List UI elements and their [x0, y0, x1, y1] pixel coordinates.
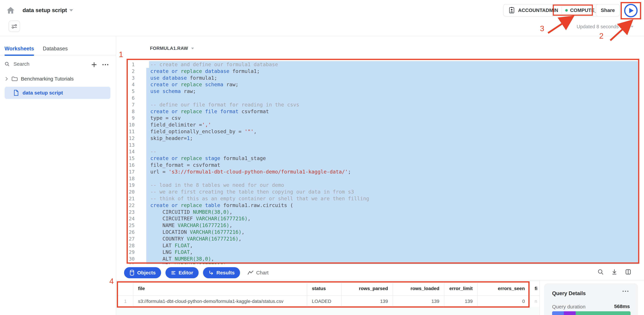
line-number: 31 [116, 262, 135, 264]
search-input[interactable]: Search [4, 61, 30, 67]
table-cell[interactable]: 0 [478, 296, 530, 307]
code-line[interactable]: URL VARCHAR(16777216), [146, 262, 639, 264]
play-icon [629, 8, 634, 13]
code-line[interactable]: create or replace database formula1; [146, 68, 639, 75]
line-number: 19 [116, 182, 135, 188]
table-cell[interactable]: 139 [393, 296, 444, 307]
code-line[interactable]: -- load in the 8 tables we need for our … [146, 182, 639, 188]
align-left-icon [171, 270, 176, 275]
code-line[interactable]: field_delimiter =',' [146, 121, 639, 128]
annotation-label-1: 1 [119, 50, 123, 59]
home-button[interactable] [6, 6, 15, 15]
code-line[interactable]: -- think of this as an empty container o… [146, 195, 639, 202]
code-line[interactable]: field_optionally_enclosed_by = '"', [146, 128, 639, 135]
code-line[interactable]: CIRCUITREF VARCHAR(16777216), [146, 215, 639, 222]
chevron-down-icon [69, 9, 73, 12]
code-line[interactable]: LNG FLOAT, [146, 249, 639, 255]
line-number: 14 [116, 148, 135, 155]
code-line[interactable] [146, 175, 639, 182]
results-toolbar: Objects Editor Results Chart [124, 267, 268, 278]
code-line[interactable]: file_format = csvformat [146, 162, 639, 168]
columns-icon[interactable] [625, 268, 632, 275]
tab-worksheets[interactable]: Worksheets [4, 46, 34, 52]
code-line[interactable]: LAT FLOAT, [146, 242, 639, 249]
search-placeholder: Search [14, 61, 30, 67]
tab-databases[interactable]: Databases [43, 46, 68, 52]
line-number: 15 [116, 155, 135, 162]
line-number: 21 [116, 195, 135, 202]
code-line[interactable]: create or replace stage formula1_stage [146, 155, 639, 162]
code-line[interactable]: -- define our file format for reading in… [146, 101, 639, 108]
line-number: 24 [116, 215, 135, 222]
query-details-menu-button[interactable] [622, 289, 629, 293]
code-line[interactable]: create or replace table formula1.raw.cir… [146, 202, 639, 209]
context-selector[interactable]: ACCOUNTADMIN COMPUTE_WH [503, 4, 611, 17]
code-line[interactable]: CIRCUITID NUMBER(38,0), [146, 209, 639, 215]
objects-button[interactable]: Objects [124, 267, 161, 278]
results-button[interactable]: Results [203, 267, 240, 278]
code-line[interactable]: -- we are first creating the table then … [146, 188, 639, 195]
line-number: 12 [116, 135, 135, 142]
line-number: 9 [116, 115, 135, 121]
column-header[interactable]: fi [530, 282, 540, 295]
code-line[interactable] [146, 95, 639, 101]
run-button[interactable] [624, 4, 638, 17]
line-number: 18 [116, 175, 135, 182]
line-number: 6 [116, 95, 135, 101]
sql-editor[interactable]: 1-- create and define our formula1 datab… [116, 58, 644, 264]
column-header[interactable]: error_limit [444, 282, 478, 295]
table-cell[interactable]: LOADED [307, 296, 342, 307]
code-line[interactable]: -- [146, 148, 639, 155]
page-title: data setup script [22, 7, 67, 14]
search-results-button[interactable] [597, 268, 604, 275]
column-header[interactable]: errors_seen [478, 282, 530, 295]
code-line[interactable]: NAME VARCHAR(16777216), [146, 222, 639, 229]
column-header[interactable]: rows_parsed [342, 282, 393, 295]
more-options-button[interactable] [102, 63, 109, 67]
line-number: 4 [116, 81, 135, 88]
tree-item-folder[interactable]: Benchmarking Tutorials [5, 76, 74, 82]
table-header-row: filestatusrows_parsedrows_loadederror_li… [118, 282, 540, 295]
table-cell[interactable]: n [530, 296, 540, 307]
line-number: 28 [116, 242, 135, 249]
table-cell[interactable]: 1 [118, 296, 133, 307]
table-cell[interactable]: s3://formula1-dbt-cloud-python-demo/form… [133, 296, 307, 307]
column-header[interactable]: status [307, 282, 342, 295]
code-line[interactable]: LOCATION VARCHAR(16777216), [146, 229, 639, 235]
query-details-title: Query Details [552, 290, 586, 296]
schema-context-selector[interactable]: FORMULA1.RAW [150, 46, 194, 51]
annotation-label-3: 3 [540, 24, 544, 33]
code-line[interactable]: create or replace schema raw; [146, 81, 639, 88]
pill-divider [562, 7, 562, 14]
code-line[interactable] [146, 142, 639, 148]
editor-button[interactable]: Editor [166, 267, 198, 278]
download-icon[interactable] [611, 268, 618, 275]
chart-tab[interactable]: Chart [248, 270, 268, 275]
code-line[interactable]: use database formula1; [146, 75, 639, 81]
code-line[interactable]: -- create and define our formula1 databa… [149, 61, 639, 68]
column-header[interactable]: rows_loaded [393, 282, 444, 295]
column-header[interactable]: file [133, 282, 307, 295]
line-number: 11 [116, 128, 135, 135]
add-worksheet-button[interactable] [91, 62, 97, 68]
results-table[interactable]: filestatusrows_parsedrows_loadederror_li… [118, 282, 540, 307]
worksheet-title-menu[interactable]: data setup script [22, 7, 73, 14]
code-line[interactable]: ALT NUMBER(38,0), [146, 255, 639, 262]
share-button[interactable]: Share [596, 4, 620, 17]
schema-context-label: FORMULA1.RAW [150, 46, 188, 51]
tree-item-selected-worksheet[interactable]: data setup script [5, 87, 110, 99]
table-cell[interactable]: 139 [444, 296, 478, 307]
code-line[interactable]: type = csv [146, 115, 639, 121]
corner-arrow-icon [208, 270, 214, 275]
filters-button[interactable] [8, 21, 20, 32]
code-line[interactable]: use schema raw; [146, 88, 639, 95]
code-line[interactable]: create or replace file format csvformat [146, 108, 639, 115]
status-dot-icon [565, 9, 568, 12]
table-cell[interactable]: 139 [342, 296, 393, 307]
chevron-down-icon [191, 48, 194, 49]
code-line[interactable]: skip_header=1; [146, 135, 639, 142]
updated-status-menu[interactable]: Updated 8 seconds ago [577, 24, 634, 30]
code-line[interactable]: url = 's3://formula1-dbt-cloud-python-de… [146, 168, 639, 175]
column-header[interactable] [118, 282, 133, 295]
code-line[interactable]: COUNTRY VARCHAR(16777216), [146, 235, 639, 242]
